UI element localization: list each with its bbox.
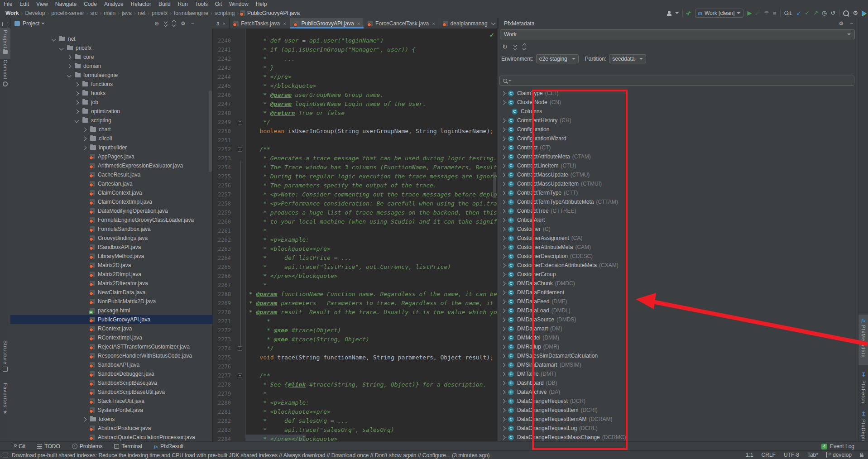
tree-item-responsehandlerwithstatuscode-java[interactable]: ResponseHandlerWithStatusCode.java — [10, 351, 212, 360]
debug-button[interactable]: ☄ — [755, 8, 760, 18]
menu-item-navigate[interactable]: Navigate — [52, 0, 80, 8]
chevron-down-icon[interactable] — [52, 37, 56, 41]
tree-item-functions[interactable]: functions — [10, 80, 212, 89]
chevron-right-icon[interactable] — [501, 290, 506, 295]
tree-item-formulaenginegroovyclassloader-java[interactable]: FormulaEngineGroovyClassLoader.java — [10, 215, 212, 225]
metadata-item-dmdatamart[interactable]: CDMDatamart(DM) — [498, 324, 858, 333]
file-encoding[interactable]: UTF-8 — [784, 452, 799, 458]
tab-pfxfetch[interactable]: ↧ PfxFetch — [858, 369, 868, 404]
tree-item-formulasandbox-java[interactable]: FormulaSandbox.java — [10, 225, 212, 234]
chevron-right-icon[interactable] — [501, 254, 506, 258]
breadcrumb-item[interactable]: pricefx — [151, 10, 168, 16]
editor-tab-forcecanceltask-java[interactable]: ForceCancelTask.java× — [364, 18, 439, 29]
chevron-right-icon[interactable] — [501, 326, 506, 331]
metadata-item-datachangerequestlog[interactable]: CDataChangeRequestLog(DCRL) — [498, 424, 858, 433]
metadata-item-contracttermtype[interactable]: CContractTermType(CTT) — [498, 188, 858, 197]
chevron-right-icon[interactable] — [501, 317, 506, 322]
tree-item-hooks[interactable]: hooks — [10, 89, 212, 98]
close-icon[interactable]: × — [283, 21, 286, 26]
refresh-icon[interactable]: ↻ — [502, 43, 508, 50]
editor-tab-fetchtasks-java[interactable]: FetchTasks.java× — [230, 18, 290, 29]
sidebar-item-favorites[interactable]: Favorites ★ — [0, 383, 10, 424]
chevron-right-icon[interactable] — [501, 136, 506, 141]
build-hammer-icon[interactable]: ✂ — [684, 8, 694, 18]
breadcrumb-item[interactable]: net — [137, 10, 147, 16]
chevron-right-icon[interactable] — [75, 100, 79, 105]
project-tree-scrollbar[interactable] — [209, 91, 212, 172]
fold-end-icon[interactable]: ⌐ — [238, 346, 242, 351]
tree-item-package-html[interactable]: package.html — [10, 306, 212, 315]
tree-item-sandboxapi-java[interactable]: SandboxAPI.java — [10, 360, 212, 369]
chevron-right-icon[interactable] — [75, 82, 79, 86]
indent-setting[interactable]: Tab* — [807, 452, 818, 458]
chevron-right-icon[interactable] — [501, 299, 506, 304]
lock-icon[interactable] — [860, 454, 863, 457]
metadata-item-contractmassupdateitem[interactable]: CContractMassUpdateItem(CTMUI) — [498, 179, 858, 188]
metadata-item-customerextensionattributemeta[interactable]: CCustomerExtensionAttributeMeta(CXAM) — [498, 261, 858, 270]
tree-item-datamodifyingoperation-java[interactable]: DataModifyingOperation.java — [10, 206, 212, 215]
chevron-right-icon[interactable] — [82, 136, 87, 141]
tree-item-rejectasttransformscustomizer-java[interactable]: RejectASTTransformsCustomizer.java — [10, 342, 212, 351]
metadata-item-datachangerequest[interactable]: CDataChangeRequest(DCR) — [498, 397, 858, 406]
tree-item-net[interactable]: net — [10, 34, 212, 43]
tree-item-cartesian-java[interactable]: Cartesian.java — [10, 179, 212, 188]
chevron-right-icon[interactable] — [501, 390, 506, 394]
metadata-item-dataarchive[interactable]: CDataArchive(DA) — [498, 387, 858, 397]
expand-all-icon[interactable] — [164, 20, 167, 26]
metadata-item-configuration[interactable]: CConfiguration — [498, 125, 858, 134]
git-push-icon[interactable]: ↗ — [813, 8, 818, 18]
metadata-item-configurationwizard[interactable]: CConfigurationWizard — [498, 134, 858, 143]
collapse-all-icon[interactable] — [173, 20, 175, 26]
tree-item-rcontext-java[interactable]: RContext.java — [10, 324, 212, 333]
line-separator[interactable]: CRLF — [762, 452, 776, 458]
run-button[interactable]: ▶ — [747, 8, 752, 18]
chevron-down-icon[interactable] — [59, 46, 64, 50]
metadata-item-contractmassupdate[interactable]: CContractMassUpdate(CTMU) — [498, 170, 858, 179]
status-message[interactable]: Download pre-built shared indexes: Reduc… — [12, 452, 490, 459]
breadcrumb-item[interactable]: main — [103, 10, 116, 16]
tree-item-job[interactable]: job — [10, 98, 212, 107]
menu-item-tools[interactable]: Tools — [192, 0, 211, 8]
tree-item-newclaimdata-java[interactable]: NewClaimData.java — [10, 288, 212, 297]
metadata-item-dmdatasource[interactable]: CDMDataSource(DMDS) — [498, 315, 858, 324]
chevron-right-icon[interactable] — [501, 218, 506, 222]
menu-item-edit[interactable]: Edit — [16, 0, 33, 8]
tree-item-groovybindings-java[interactable]: GroovyBindings.java — [10, 234, 212, 243]
tree-item-scripting[interactable]: scripting — [10, 116, 212, 125]
hide-panel-icon[interactable]: − — [191, 20, 194, 27]
toolwindow-button-git[interactable]: Git — [12, 443, 25, 449]
metadata-item-customer[interactable]: CCustomer(C) — [498, 225, 858, 234]
event-log-button[interactable]: 4 Event Log — [821, 442, 854, 451]
chevron-right-icon[interactable] — [501, 145, 506, 150]
git-branch-widget[interactable]: develop — [826, 452, 852, 458]
project-view-dropdown-icon[interactable] — [41, 23, 45, 24]
menu-item-git[interactable]: Git — [211, 0, 225, 8]
metadata-item-dmmodel[interactable]: CDMModel(DMM) — [498, 333, 858, 342]
chevron-right-icon[interactable] — [501, 372, 506, 376]
tree-item-tokens[interactable]: tokens — [10, 415, 212, 424]
chevron-right-icon[interactable] — [501, 191, 506, 195]
chevron-right-icon[interactable] — [501, 335, 506, 340]
tree-item-publicgroovyapi-java[interactable]: PublicGroovyAPI.java — [10, 315, 212, 324]
metadata-item-criticalalert[interactable]: CCriticalAlert — [498, 215, 858, 225]
metadata-item-datachangerequestmasschange[interactable]: CDataChangeRequestMassChange(DCRMC) — [498, 433, 858, 441]
chevron-right-icon[interactable] — [82, 417, 87, 421]
tree-item-isandboxapi-java[interactable]: ISandboxAPI.java — [10, 243, 212, 252]
chevron-right-icon[interactable] — [501, 408, 506, 412]
tree-item-systemportlet-java[interactable]: SystemPortlet.java — [10, 406, 212, 415]
editor-scrollbar[interactable] — [493, 172, 496, 198]
chevron-right-icon[interactable] — [501, 172, 506, 177]
fold-collapse-icon[interactable]: − — [238, 147, 242, 152]
tree-item-formulaengine[interactable]: formulaengine — [10, 71, 212, 80]
inspections-ok-icon[interactable]: ✓ — [489, 32, 494, 38]
chevron-right-icon[interactable] — [82, 127, 87, 132]
history-icon[interactable]: ◷ — [822, 8, 827, 18]
chevron-right-icon[interactable] — [501, 154, 506, 159]
sidebar-item-structure[interactable]: Structure — [0, 340, 10, 375]
tree-item-cacheresult-java[interactable]: CacheResult.java — [10, 170, 212, 179]
breadcrumb-item[interactable]: scripting — [214, 10, 236, 16]
menu-item-code[interactable]: Code — [80, 0, 101, 8]
search-everywhere-icon[interactable] — [843, 10, 849, 16]
breadcrumb-item[interactable]: src — [90, 10, 99, 16]
tree-item-librarymethod-java[interactable]: LibraryMethod.java — [10, 252, 212, 261]
